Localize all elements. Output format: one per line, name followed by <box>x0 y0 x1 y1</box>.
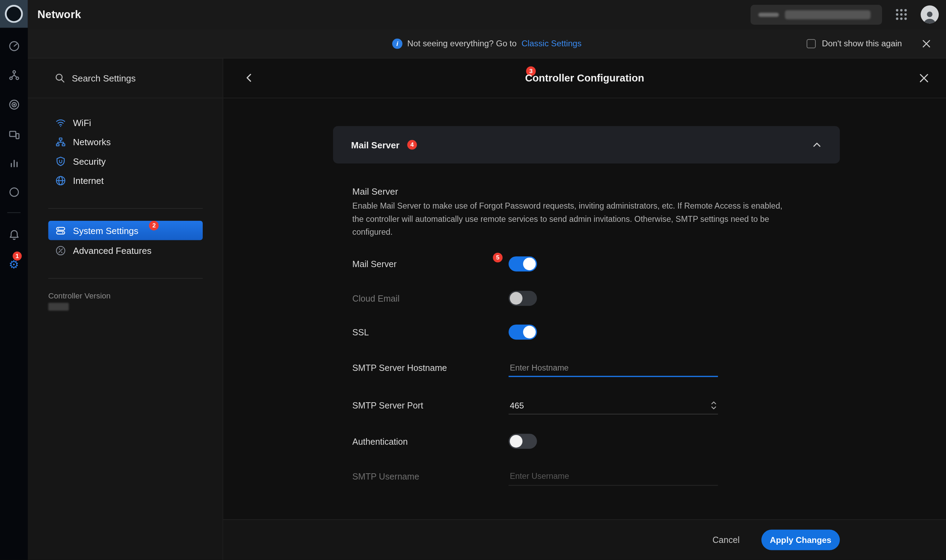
back-icon[interactable] <box>244 72 255 83</box>
rail-divider <box>7 212 20 213</box>
smtp-hostname-row: SMTP Server Hostname <box>352 359 922 377</box>
system-settings-badge: 2 <box>149 221 159 231</box>
sidebar-item-label: Internet <box>73 175 104 185</box>
sidebar-item-networks[interactable]: Networks <box>48 132 203 151</box>
topology-icon[interactable] <box>0 61 28 89</box>
step-badge: 3 <box>526 66 536 76</box>
radios-icon[interactable] <box>0 91 28 118</box>
banner-dismiss-group: Don't show this again <box>807 29 946 58</box>
accordion-badge: 4 <box>407 140 417 150</box>
sidebar-item-label: Networks <box>73 137 111 147</box>
devices-icon[interactable] <box>0 120 28 148</box>
networks-icon <box>55 137 66 147</box>
settings-sidebar: Search Settings WiFi Networks Security I… <box>28 58 223 560</box>
redacted-blob <box>785 10 871 19</box>
dashboard-icon[interactable] <box>0 32 28 60</box>
sidebar-item-system-settings[interactable]: System Settings 2 <box>48 221 203 240</box>
banner-close-icon[interactable] <box>921 38 931 48</box>
smtp-username-input[interactable] <box>509 468 718 485</box>
dont-show-checkbox[interactable] <box>807 39 816 48</box>
mail-server-accordion-header[interactable]: Mail Server 4 <box>333 126 840 163</box>
topbar: Network <box>28 0 946 29</box>
ssl-toggle[interactable] <box>509 325 537 340</box>
smtp-port-input[interactable] <box>509 396 718 414</box>
field-label: Cloud Email <box>352 294 509 303</box>
sidebar-item-security[interactable]: Security <box>48 151 203 171</box>
panel-body: Mail Server 4 Mail Server Enable Mail Se… <box>223 98 946 520</box>
sidebar-item-wifi[interactable]: WiFi <box>48 113 203 132</box>
banner-text: Not seeing everything? Go to <box>407 38 517 48</box>
port-stepper-icon[interactable] <box>711 400 717 410</box>
cloud-email-toggle[interactable] <box>509 291 537 306</box>
section-description: Enable Mail Server to make use of Forgot… <box>352 200 788 238</box>
logo-disc-icon <box>5 5 23 23</box>
sidebar-item-label: System Settings <box>73 225 138 235</box>
security-shield-icon <box>55 156 66 166</box>
wifi-icon <box>55 117 66 128</box>
settings-search[interactable]: Search Settings <box>28 58 223 98</box>
controller-configuration-panel: 3 Controller Configuration Mail Server 4… <box>223 58 946 560</box>
field-label: Authentication <box>352 436 509 446</box>
classic-settings-link[interactable]: Classic Settings <box>521 38 581 48</box>
panel-title: Controller Configuration <box>223 58 946 98</box>
authentication-row: Authentication <box>352 434 922 449</box>
sidebar-item-label: Security <box>73 156 106 166</box>
notice-banner: i Not seeing everything? Go to Classic S… <box>28 29 946 58</box>
chevron-up-icon[interactable] <box>812 140 821 150</box>
smtp-port-row: SMTP Server Port <box>352 396 922 414</box>
ssl-row: SSL <box>352 325 922 340</box>
cancel-button[interactable]: Cancel <box>712 535 740 545</box>
smtp-port-field <box>509 396 718 414</box>
panel-close-icon[interactable] <box>918 72 930 84</box>
field-label: SMTP Server Hostname <box>352 363 509 373</box>
settings-badge: 1 <box>12 251 22 260</box>
sidebar-item-label: WiFi <box>73 117 91 128</box>
mail-server-badge: 5 <box>493 253 503 263</box>
unifi-logo[interactable] <box>0 0 28 28</box>
mail-server-row: Mail Server 5 <box>352 256 922 271</box>
smtp-hostname-input[interactable] <box>509 359 718 376</box>
field-label: Mail Server <box>352 259 509 269</box>
clients-icon[interactable] <box>0 178 28 206</box>
panel-header: 3 Controller Configuration <box>223 58 946 98</box>
insights-icon[interactable] <box>0 149 28 177</box>
controller-version-label: Controller Version <box>48 291 111 300</box>
sidebar-divider <box>48 208 203 209</box>
settings-gear-icon[interactable]: ⚙ 1 <box>0 251 28 278</box>
banner-message: i Not seeing everything? Go to Classic S… <box>392 29 581 58</box>
cloud-email-row: Cloud Email <box>352 291 922 306</box>
redacted-blob <box>758 12 779 17</box>
app-root: ⚙ 1 Network i Not seeing everything? Go … <box>0 0 946 560</box>
notifications-bell-icon[interactable] <box>0 221 28 249</box>
system-settings-icon <box>55 225 66 235</box>
authentication-toggle[interactable] <box>509 434 537 449</box>
field-label: SSL <box>352 328 509 337</box>
section-title: Mail Server <box>352 186 398 197</box>
apps-grid-icon[interactable] <box>896 9 907 20</box>
toggle-knob <box>510 292 523 305</box>
search-icon <box>55 73 65 83</box>
mail-server-toggle[interactable] <box>509 256 537 271</box>
accordion-title: Mail Server <box>351 140 400 150</box>
field-label: SMTP Server Port <box>352 400 509 410</box>
controller-version-value-redacted <box>48 303 69 311</box>
sidebar-item-internet[interactable]: Internet <box>48 171 203 190</box>
advanced-features-icon <box>55 245 66 255</box>
info-icon: i <box>392 38 402 48</box>
toggle-knob <box>523 258 536 270</box>
search-label: Search Settings <box>72 73 135 83</box>
console-selector[interactable] <box>751 5 882 25</box>
toggle-knob <box>510 435 523 448</box>
panel-footer: Cancel Apply Changes <box>223 520 946 560</box>
toggle-knob <box>523 326 536 338</box>
sidebar-item-advanced-features[interactable]: Advanced Features <box>48 241 203 260</box>
topbar-right <box>751 5 946 25</box>
dont-show-label: Don't show this again <box>822 38 902 48</box>
user-avatar[interactable] <box>921 6 939 24</box>
smtp-username-row: SMTP Username <box>352 468 922 486</box>
sidebar-divider <box>48 278 203 279</box>
app-rail: ⚙ 1 <box>0 0 28 560</box>
apply-changes-button[interactable]: Apply Changes <box>761 530 840 550</box>
field-label: SMTP Username <box>352 472 509 482</box>
smtp-hostname-field <box>509 359 718 377</box>
